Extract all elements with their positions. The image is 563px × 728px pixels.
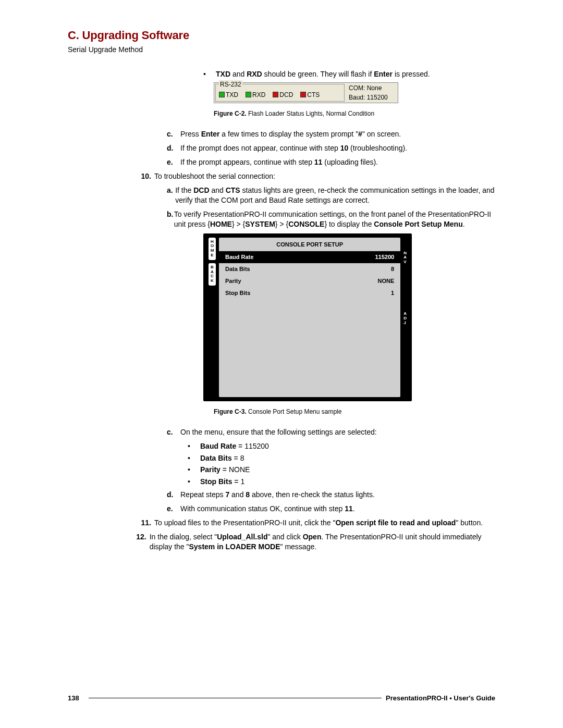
square-icon	[273, 92, 278, 97]
bullet-dot: •	[203, 69, 216, 79]
setting-databits: •Data Bits = 8	[188, 453, 495, 463]
figure-c3-caption: Figure C-3. Console Port Setup Menu samp…	[214, 408, 495, 416]
rs232-lights: TXD RXD DCD CTS	[219, 91, 342, 99]
console-menu: HOME BACK CONSOLE PORT SETUP Baud Rate11…	[203, 233, 412, 401]
console-row-stopbits: Stop Bits1	[219, 287, 400, 299]
square-icon	[246, 92, 251, 97]
section-title: C. Upgrading Software	[68, 29, 495, 42]
step-10-c: c. On the menu, ensure that the followin…	[167, 427, 495, 437]
console-row-parity: ParityNONE	[219, 275, 400, 287]
setting-stopbits: •Stop Bits = 1	[188, 477, 495, 487]
light-rxd: RXD	[246, 91, 265, 99]
square-icon	[219, 92, 225, 97]
console-row-baud: Baud Rate115200	[219, 251, 400, 263]
rs232-com: COM: None	[349, 84, 397, 92]
intro-bullet: • TXD and RXD should be green. They will…	[203, 69, 495, 79]
console-left-tabs: HOME BACK	[209, 238, 216, 397]
rs232-lights-frame: RS-232 TXD RXD DCD CTS	[215, 84, 345, 102]
step-10-d: d. Repeat steps 7 and 8 above, then re-c…	[167, 490, 495, 500]
light-cts: CTS	[300, 91, 320, 99]
label-nav: NAV	[403, 251, 407, 265]
page-number: 138	[68, 694, 79, 702]
step-10: 10. To troubleshoot the serial connectio…	[136, 171, 495, 181]
setting-parity: •Parity = NONE	[188, 465, 495, 475]
step-11: 11. To upload files to the PresentationP…	[136, 518, 495, 528]
page: C. Upgrading Software Serial Upgrade Met…	[0, 0, 563, 728]
step-10-e: e. With communication status OK, continu…	[167, 504, 495, 514]
subtitle: Serial Upgrade Method	[68, 45, 495, 54]
footer-guide: PresentationPRO-II • User's Guide	[386, 694, 495, 702]
footer: 138 PresentationPRO-II • User's Guide	[68, 694, 495, 702]
intro-bullet-text: TXD and RXD should be green. They will f…	[216, 69, 430, 79]
step-10-a: a. If the DCD and CTS status lights are …	[167, 186, 495, 205]
step-12: 12. In the dialog, select "Upload_All.sl…	[136, 532, 495, 552]
label-adj: ADJ	[403, 312, 407, 325]
square-icon	[300, 92, 306, 97]
step-c: c. Press Enter a few times to display th…	[167, 129, 495, 139]
step-10-b: b. To verify PresentationPRO-II communic…	[167, 209, 495, 229]
setting-baud: •Baud Rate = 115200	[188, 441, 495, 451]
footer-rule	[89, 698, 382, 698]
rs232-legend: RS-232	[219, 80, 242, 89]
light-txd: TXD	[219, 91, 238, 99]
step-d: d. If the prompt does not appear, contin…	[167, 143, 495, 153]
body-column: • TXD and RXD should be green. They will…	[151, 69, 495, 552]
tab-back: BACK	[209, 263, 216, 286]
tab-home: HOME	[209, 238, 216, 260]
step-e: e. If the prompt appears, continue with …	[167, 157, 495, 167]
rs232-baud: Baud: 115200	[349, 93, 397, 102]
console-title: CONSOLE PORT SETUP	[219, 238, 400, 252]
console-row-databits: Data Bits8	[219, 263, 400, 275]
light-dcd: DCD	[273, 91, 293, 99]
console-right-labels: NAV ADJ	[403, 238, 407, 397]
console-screen: CONSOLE PORT SETUP Baud Rate115200 Data …	[219, 238, 400, 397]
figure-c2-caption: Figure C-2. Flash Loader Status Lights, …	[214, 109, 495, 118]
rs232-info: COM: None Baud: 115200	[345, 84, 397, 102]
rs232-panel: RS-232 TXD RXD DCD CTS COM: None Baud: 1…	[214, 82, 398, 103]
